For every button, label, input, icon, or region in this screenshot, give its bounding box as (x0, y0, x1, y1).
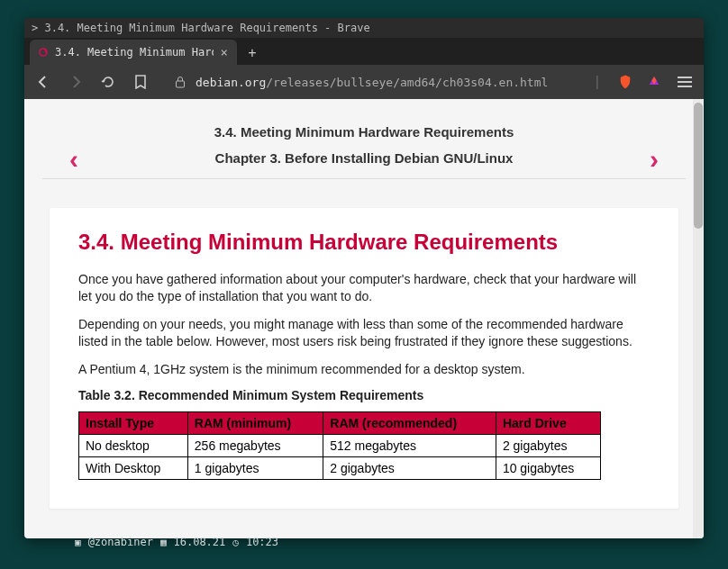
col-header: Install Type (79, 412, 188, 435)
back-button[interactable] (33, 72, 53, 92)
prev-page-arrow[interactable]: ‹ (69, 144, 78, 175)
scroll-thumb[interactable] (694, 103, 703, 229)
cell: 256 megabytes (187, 435, 323, 457)
brave-shields-icon[interactable] (617, 74, 633, 90)
close-tab-icon[interactable]: × (219, 45, 230, 59)
col-header: RAM (recommended) (323, 412, 496, 435)
debian-favicon-icon (37, 46, 50, 59)
paragraph: Depending on your needs, you might manag… (78, 316, 650, 350)
divider (42, 178, 686, 179)
toolbar: debian.org/releases/bullseye/amd64/ch03s… (24, 65, 704, 99)
cell: 2 gigabytes (323, 457, 496, 480)
clock-icon: ◷ (232, 537, 239, 548)
nav-chapter: Chapter 3. Before Installing Debian GNU/… (42, 150, 686, 166)
cell: 2 gigabytes (496, 435, 600, 457)
nav-title: 3.4. Meeting Minimum Hardware Requiremen… (42, 124, 686, 140)
desktop-statusbar: ▣ @zonabiner ▦ 16.08.21 ◷ 10:23 (75, 536, 278, 548)
window-titlebar: > 3.4. Meeting Minimum Hardware Requirem… (24, 18, 704, 38)
cell: 10 gigabytes (496, 457, 600, 480)
status-user: @zonabiner (88, 536, 153, 548)
url-text: debian.org/releases/bullseye/amd64/ch03s… (196, 76, 548, 89)
calendar-icon: ▦ (160, 537, 167, 548)
page-content: ‹ 3.4. Meeting Minimum Hardware Requirem… (24, 99, 704, 538)
paragraph: Once you have gathered information about… (78, 271, 650, 305)
url-host: debian.org (196, 76, 266, 89)
browser-window: > 3.4. Meeting Minimum Hardware Requirem… (24, 18, 704, 538)
separator: | (596, 74, 599, 90)
col-header: Hard Drive (496, 412, 600, 435)
cell: No desktop (79, 435, 188, 457)
table-row: With Desktop 1 gigabytes 2 gigabytes 10 … (79, 457, 601, 480)
lock-icon (172, 74, 188, 90)
table-header-row: Install Type RAM (minimum) RAM (recommen… (79, 412, 601, 435)
bookmark-button[interactable] (131, 72, 150, 92)
cell: With Desktop (79, 457, 188, 480)
status-date: 16.08.21 (174, 536, 226, 548)
article: 3.4. Meeting Minimum Hardware Requiremen… (50, 208, 678, 509)
url-bar[interactable]: debian.org/releases/bullseye/amd64/ch03s… (163, 69, 578, 95)
user-icon: ▣ (75, 537, 81, 548)
cell: 1 gigabytes (187, 457, 323, 480)
url-path: /releases/bullseye/amd64/ch03s04.en.html (266, 76, 548, 89)
page-viewport: ‹ 3.4. Meeting Minimum Hardware Requirem… (24, 99, 704, 538)
brave-rewards-icon[interactable] (646, 74, 662, 90)
scrollbar[interactable] (693, 99, 704, 538)
table-caption: Table 3.2. Recommended Minimum System Re… (78, 388, 650, 402)
page-heading: 3.4. Meeting Minimum Hardware Requiremen… (78, 230, 650, 255)
reload-button[interactable] (98, 72, 118, 92)
nav-header: ‹ 3.4. Meeting Minimum Hardware Requirem… (24, 99, 704, 192)
tab-strip: 3.4. Meeting Minimum Hardw × + (24, 38, 704, 65)
browser-tab[interactable]: 3.4. Meeting Minimum Hardw × (30, 40, 237, 65)
col-header: RAM (minimum) (187, 412, 323, 435)
tab-title: 3.4. Meeting Minimum Hardw (55, 46, 214, 59)
new-tab-button[interactable]: + (241, 41, 264, 65)
forward-button[interactable] (66, 72, 86, 92)
status-time: 10:23 (246, 536, 278, 548)
cell: 512 megabytes (323, 435, 496, 457)
next-page-arrow[interactable]: › (650, 144, 659, 175)
window-title: > 3.4. Meeting Minimum Hardware Requirem… (32, 22, 370, 34)
requirements-table: Install Type RAM (minimum) RAM (recommen… (78, 411, 601, 480)
svg-rect-1 (177, 81, 185, 87)
table-row: No desktop 256 megabytes 512 megabytes 2… (79, 435, 601, 457)
menu-button[interactable] (675, 72, 695, 92)
paragraph: A Pentium 4, 1GHz system is the minimum … (78, 361, 650, 378)
